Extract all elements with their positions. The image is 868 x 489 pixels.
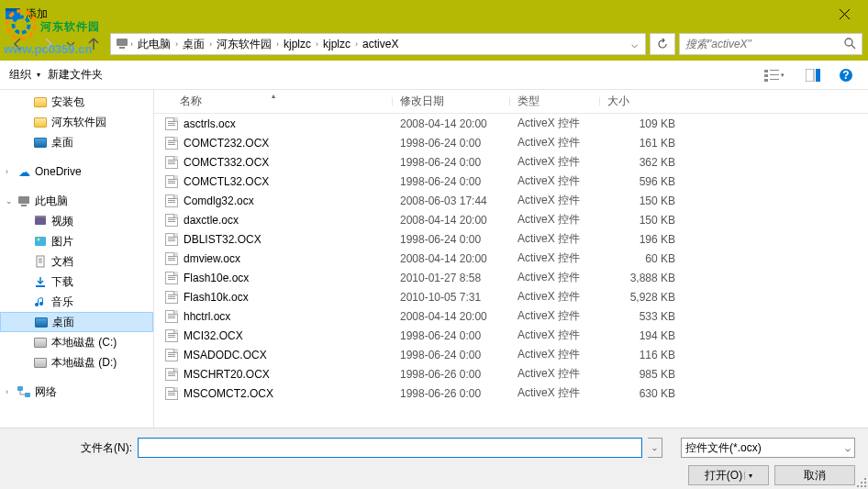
- crumb-item[interactable]: 此电脑: [134, 37, 174, 52]
- svg-point-6: [845, 39, 852, 46]
- footer: 文件名(N): ⌵ 控件文件(*.ocx) 打开(O)▾ 取消: [0, 428, 868, 489]
- refresh-button[interactable]: [650, 33, 675, 55]
- sidebar-item[interactable]: 桌面: [0, 312, 153, 332]
- crumb-item[interactable]: 桌面: [179, 37, 208, 52]
- up-button[interactable]: [81, 31, 106, 57]
- sidebar-item[interactable]: 音乐: [0, 292, 153, 312]
- cloud-icon: ☁: [17, 164, 31, 179]
- col-type[interactable]: 类型: [510, 94, 600, 109]
- file-row[interactable]: asctrls.ocx2008-04-14 20:00ActiveX 控件109…: [154, 114, 868, 133]
- sidebar-item[interactable]: 下载: [0, 272, 153, 292]
- sidebar: 安装包河东软件园桌面 ›☁OneDrive ⌄此电脑 视频 图片 文档 下载 音…: [0, 90, 154, 428]
- organize-menu[interactable]: 组织: [9, 67, 40, 83]
- breadcrumb[interactable]: › 此电脑› 桌面› 河东软件园› kjplzc› kjplzc› active…: [110, 33, 646, 55]
- view-options-button[interactable]: [756, 62, 793, 88]
- file-row[interactable]: daxctle.ocx2008-04-14 20:00ActiveX 控件150…: [154, 210, 868, 229]
- title-bar: 添加: [0, 0, 868, 28]
- sidebar-onedrive[interactable]: ›☁OneDrive: [0, 161, 153, 182]
- crumb-history-dropdown[interactable]: ⌵: [628, 38, 641, 50]
- filename-input[interactable]: [138, 438, 642, 458]
- crumb-item[interactable]: 河东软件园: [213, 37, 275, 52]
- resize-grip[interactable]: [855, 476, 868, 489]
- svg-rect-11: [764, 79, 768, 82]
- file-row[interactable]: MCI32.OCX1998-06-24 0:00ActiveX 控件194 KB: [154, 326, 868, 345]
- back-button[interactable]: [6, 31, 31, 57]
- search-input[interactable]: [685, 38, 843, 50]
- sidebar-item[interactable]: 桌面: [0, 132, 153, 152]
- sidebar-item[interactable]: 河东软件园: [0, 112, 153, 132]
- sidebar-thispc[interactable]: ⌄此电脑: [0, 191, 153, 211]
- cancel-button[interactable]: 取消: [774, 465, 855, 485]
- col-date[interactable]: 修改日期: [393, 94, 510, 109]
- search-icon[interactable]: [843, 37, 856, 52]
- forward-button[interactable]: [35, 31, 61, 57]
- file-row[interactable]: COMCT232.OCX1998-06-24 0:00ActiveX 控件161…: [154, 133, 868, 152]
- file-row[interactable]: DBLIST32.OCX1998-06-24 0:00ActiveX 控件196…: [154, 229, 868, 249]
- svg-rect-10: [770, 74, 779, 75]
- ocx-file-icon: [165, 252, 178, 265]
- ocx-file-icon: [165, 272, 178, 284]
- file-type-filter[interactable]: 控件文件(*.ocx): [681, 438, 855, 458]
- sidebar-network[interactable]: ›网络: [0, 382, 153, 402]
- sidebar-item[interactable]: 文档: [0, 251, 153, 272]
- drive-icon: [33, 335, 48, 350]
- svg-rect-14: [816, 69, 820, 82]
- file-list: asctrls.ocx2008-04-14 20:00ActiveX 控件109…: [154, 114, 868, 426]
- ocx-file-icon: [165, 310, 178, 323]
- app-icon: [6, 6, 20, 21]
- screen-icon: [33, 135, 48, 150]
- ocx-file-icon: [165, 156, 178, 169]
- ocx-file-icon: [165, 233, 178, 246]
- svg-rect-7: [764, 70, 768, 72]
- crumb-item[interactable]: activeX: [359, 38, 402, 50]
- filename-history-dropdown[interactable]: ⌵: [648, 438, 662, 458]
- file-row[interactable]: Flash10k.ocx2010-10-05 7:31ActiveX 控件5,9…: [154, 287, 868, 306]
- file-row[interactable]: MSCHRT20.OCX1998-06-26 0:00ActiveX 控件985…: [154, 364, 868, 383]
- sidebar-item[interactable]: 本地磁盘 (C:): [0, 332, 153, 352]
- folder-icon: [33, 115, 48, 129]
- svg-rect-25: [17, 386, 23, 391]
- drive-icon: [33, 355, 48, 370]
- file-row[interactable]: Flash10e.ocx2010-01-27 8:58ActiveX 控件3,8…: [154, 268, 868, 287]
- file-row[interactable]: COMCTL32.OCX1998-06-24 0:00ActiveX 控件596…: [154, 172, 868, 191]
- svg-rect-20: [35, 216, 46, 217]
- ocx-file-icon: [165, 329, 178, 342]
- col-name[interactable]: ▴名称: [154, 94, 393, 109]
- sidebar-item[interactable]: 安装包: [0, 92, 153, 112]
- ocx-file-icon: [165, 368, 178, 381]
- file-row[interactable]: dmview.ocx2008-04-14 20:00ActiveX 控件60 K…: [154, 249, 868, 268]
- ocx-file-icon: [165, 387, 178, 400]
- file-row[interactable]: COMCT332.OCX1998-06-24 0:00ActiveX 控件362…: [154, 152, 868, 172]
- svg-rect-8: [770, 70, 779, 71]
- svg-rect-24: [36, 285, 45, 287]
- file-row[interactable]: MSCOMCT2.OCX1998-06-26 0:00ActiveX 控件630…: [154, 383, 868, 403]
- col-size[interactable]: 大小: [600, 94, 692, 109]
- search-box[interactable]: [679, 33, 862, 55]
- svg-rect-19: [35, 217, 46, 225]
- column-headers: ▴名称 修改日期 类型 大小: [154, 90, 868, 114]
- svg-rect-3: [6, 8, 20, 11]
- network-icon: [17, 384, 31, 399]
- recent-dropdown[interactable]: [64, 31, 77, 57]
- crumb-item[interactable]: kjplzc: [280, 38, 315, 50]
- file-row[interactable]: Comdlg32.ocx2008-06-03 17:44ActiveX 控件15…: [154, 191, 868, 210]
- crumb-item[interactable]: kjplzc: [319, 38, 354, 50]
- ocx-file-icon: [165, 137, 178, 150]
- preview-pane-button[interactable]: [800, 62, 826, 88]
- sidebar-item[interactable]: 本地磁盘 (D:): [0, 352, 153, 372]
- sidebar-item[interactable]: 视频: [0, 211, 153, 231]
- open-button[interactable]: 打开(O)▾: [688, 465, 769, 485]
- close-button[interactable]: [826, 0, 862, 28]
- pc-icon: [115, 36, 129, 53]
- sidebar-item[interactable]: 图片: [0, 231, 153, 251]
- file-pane: ▴名称 修改日期 类型 大小 asctrls.ocx2008-04-14 20:…: [154, 90, 868, 428]
- help-button[interactable]: ?: [833, 62, 859, 88]
- svg-text:?: ?: [842, 69, 849, 82]
- file-row[interactable]: MSADODC.OCX1998-06-24 0:00ActiveX 控件116 …: [154, 345, 868, 364]
- svg-rect-9: [764, 74, 768, 77]
- folder-icon: [33, 254, 48, 269]
- ocx-file-icon: [165, 349, 178, 361]
- new-folder-button[interactable]: 新建文件夹: [48, 67, 103, 83]
- svg-point-22: [38, 239, 40, 241]
- file-row[interactable]: hhctrl.ocx2008-04-14 20:00ActiveX 控件533 …: [154, 306, 868, 326]
